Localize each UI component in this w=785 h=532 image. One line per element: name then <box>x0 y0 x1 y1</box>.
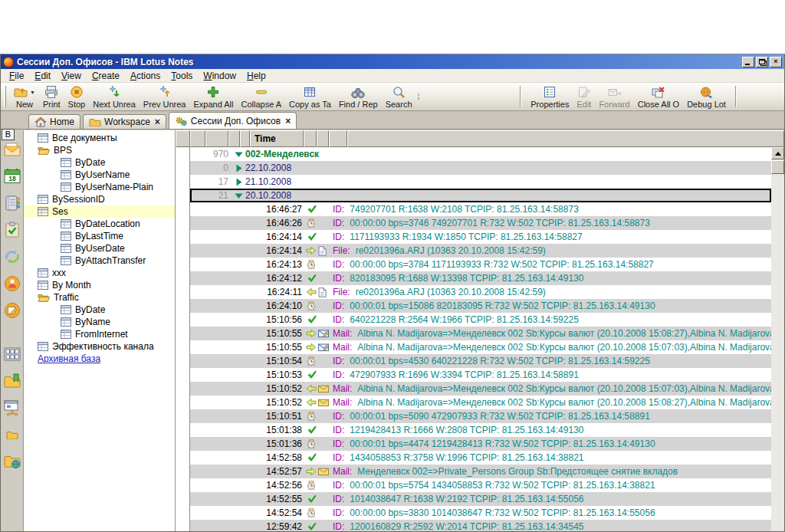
session-row[interactable]: 15:01:38ID:1219428413 R:1666 W:2808 TCPI… <box>190 423 771 437</box>
bookmark-workspace-grid-icon[interactable] <box>3 346 21 363</box>
date-group-row[interactable]: 022.10.2008 <box>190 161 771 175</box>
scroll-up-button[interactable] <box>771 147 784 159</box>
sidebar-link-архивная-база[interactable]: Архивная база <box>24 353 175 365</box>
prev-unrea-button[interactable]: Prev Unrea <box>140 83 190 110</box>
session-row[interactable]: 15:10:55Mail:Albina N. Madijarova=>Менде… <box>190 340 771 354</box>
sidebar-item-byuserdate[interactable]: ByUserDate <box>24 242 175 255</box>
session-row[interactable]: 16:46:27ID:749207701 R:1638 W:2108 TCPIP… <box>190 202 771 216</box>
sidebar-item-bydate[interactable]: ByDate <box>24 304 175 316</box>
dropdown-arrow-icon[interactable]: ▼ <box>30 90 35 95</box>
tab-workspace[interactable]: Workspace× <box>83 114 166 129</box>
sidebar-item-by-month[interactable]: By Month <box>24 279 175 291</box>
tab-close-icon[interactable]: × <box>285 116 291 126</box>
menu-item-view[interactable]: View <box>56 70 87 82</box>
time-column-header[interactable]: Time <box>250 130 304 147</box>
bookmark-folder-globe-icon[interactable] <box>3 453 21 470</box>
expand-twisty-icon[interactable] <box>235 178 243 186</box>
new-button[interactable]: ▼New <box>10 83 39 110</box>
menu-item-window[interactable]: Window <box>198 70 241 82</box>
session-row[interactable]: 15:10:51ID:00:00:01 bps=5090 472907933 R… <box>190 409 771 423</box>
sidebar-item-bydatelocation[interactable]: ByDateLocation <box>24 218 175 230</box>
session-row[interactable]: 16:24:13ID:00:00:00 bps=3784 1171193933 … <box>190 258 771 271</box>
session-row[interactable]: 16:24:12ID:820183095 R:1688 W:13398 TCPI… <box>190 271 771 285</box>
stop-button[interactable]: Stop <box>64 83 90 110</box>
session-row[interactable]: 15:10:52Mail:Albina N. Madijarova=>Менде… <box>190 396 771 409</box>
sidebar-item-bps[interactable]: BPS <box>24 144 175 156</box>
session-row[interactable]: 15:10:54ID:00:00:01 bps=4530 640221228 R… <box>190 354 771 368</box>
session-row[interactable]: 15:10:53ID:472907933 R:1696 W:3394 TCPIP… <box>190 368 771 382</box>
session-row[interactable]: 15:10:56ID:640221228 R:2564 W:1966 TCPIP… <box>190 313 771 327</box>
bookmark-mail-icon[interactable] <box>3 141 21 158</box>
properties-button[interactable]: Properties <box>527 83 573 110</box>
debug-lot-button[interactable]: Debug Lot <box>683 83 730 110</box>
collapse-a-button[interactable]: Collapse A <box>237 83 285 110</box>
tab-close-icon[interactable]: × <box>155 117 160 127</box>
session-row[interactable]: 12:59:42ID:1200160829 R:2592 W:2014 TCPI… <box>190 520 771 531</box>
sidebar-item-эффективность-канала[interactable]: Эффективность канала <box>24 340 175 353</box>
sidebar-item-bysessionid[interactable]: BySessionID <box>24 193 175 205</box>
sidebar-item-bydate[interactable]: ByDate <box>24 156 175 169</box>
collapse-twisty-icon[interactable] <box>235 150 243 159</box>
sidebar-item-все-документы[interactable]: Все документы <box>24 132 175 144</box>
session-row[interactable]: 14:52:58ID:1434058853 R:3758 W:1996 TCPI… <box>190 451 771 465</box>
bookmark-person-icon[interactable] <box>3 275 21 292</box>
tab-home[interactable]: Home <box>28 114 80 129</box>
bookmark-todo-icon[interactable] <box>3 222 21 238</box>
sidebar-item-frominternet[interactable]: FromInternet <box>24 328 175 340</box>
bookmark-folder-bookmark-icon[interactable] <box>3 373 21 389</box>
copy-as-ta-button[interactable]: Copy as Ta <box>285 83 335 110</box>
vertical-scrollbar[interactable] <box>771 147 784 531</box>
bookmark-folder-icon[interactable] <box>3 426 21 443</box>
session-row[interactable]: 16:46:26ID:00:00:00 bps=3746 749207701 R… <box>190 216 771 230</box>
minimize-button[interactable] <box>742 57 754 67</box>
session-row[interactable]: 14:52:55ID:1014038647 R:1638 W:2192 TCPI… <box>190 492 771 506</box>
session-row[interactable]: 15:10:52Mail:Albina N. Madijarova=>Менде… <box>190 382 771 396</box>
bookmark-calendar-icon[interactable]: 18 <box>3 168 21 185</box>
sidebar-item-bylasttime[interactable]: ByLastTime <box>24 230 175 242</box>
menu-item-edit[interactable]: Edit <box>29 70 56 82</box>
bookmark-replication-icon[interactable] <box>3 248 21 265</box>
menu-item-help[interactable]: Help <box>241 70 271 82</box>
session-row[interactable]: 16:24:11File:re0201396a.ARJ (10363 20.10… <box>190 285 771 299</box>
sidebar-item-byattachtransfer[interactable]: ByAttachTransfer <box>24 255 175 267</box>
scrollbar-thumb[interactable] <box>771 160 784 174</box>
session-row[interactable]: 16:24:14ID:1171193933 R:1934 W:1850 TCPI… <box>190 230 771 244</box>
session-row[interactable]: 14:52:54ID:00:00:00 bps=3830 1014038647 … <box>190 506 771 520</box>
bookmark-pencil-icon[interactable] <box>3 302 21 319</box>
sidebar-item-byusername-plain[interactable]: ByUserName-Plain <box>24 181 175 193</box>
date-group-row[interactable]: 1721.10.2008 <box>190 175 771 189</box>
sidebar-item-ses[interactable]: Ses <box>24 205 175 218</box>
expand-all-button[interactable]: Expand All <box>189 83 237 110</box>
menu-item-create[interactable]: Create <box>87 70 125 82</box>
next-unrea-button[interactable]: Next Unrea <box>89 83 140 110</box>
expand-twisty-icon[interactable] <box>235 164 243 172</box>
sidebar-item-xxx[interactable]: xxx <box>24 267 175 279</box>
search-button[interactable]: Search <box>382 83 416 110</box>
sidebar-item-byname[interactable]: ByName <box>24 316 175 328</box>
bookmark-contacts-icon[interactable] <box>3 195 21 212</box>
tab-сессии-доп-офисов[interactable]: Сессии Доп. Офисов× <box>169 112 297 129</box>
session-row[interactable]: 14:52:57Mail:Менделевск 002=>Private_Per… <box>190 465 771 478</box>
session-row[interactable]: 15:01:36ID:00:00:01 bps=4474 1219428413 … <box>190 437 771 451</box>
location-group-row[interactable]: 970002-Менделевск <box>190 147 771 161</box>
menu-item-actions[interactable]: Actions <box>125 70 166 82</box>
close-button[interactable]: × <box>770 57 782 67</box>
sidebar-item-byusername[interactable]: ByUserName <box>24 169 175 181</box>
bookmark-design-icon[interactable] <box>3 399 21 416</box>
date-group-row[interactable]: 2120.10.2008 <box>190 189 771 202</box>
toolbar-grip[interactable] <box>4 86 6 107</box>
sidebar-item-traffic[interactable]: Traffic <box>24 291 175 304</box>
toolbar-overflow-icon[interactable]: ⁞ <box>418 93 420 101</box>
session-row[interactable]: 16:24:14File:re0201396a.ARJ (10363 20.10… <box>190 244 771 258</box>
bookmark-b-label[interactable]: B <box>2 129 15 140</box>
session-row[interactable]: 15:10:55Mail:Albina N. Madijarova=>Менде… <box>190 327 771 340</box>
session-row[interactable]: 16:24:10ID:00:00:01 bps=15086 820183095 … <box>190 299 771 313</box>
close-all-o-button[interactable]: Close All O <box>634 83 683 110</box>
print-button[interactable]: Print <box>39 83 64 110</box>
session-row[interactable]: 14:52:56ID:00:00:01 bps=5754 1434058853 … <box>190 478 771 492</box>
collapse-twisty-icon[interactable] <box>235 192 243 200</box>
find-rep-button[interactable]: Find / Rep <box>335 83 382 110</box>
menu-item-file[interactable]: File <box>4 70 29 82</box>
menu-item-tools[interactable]: Tools <box>166 70 198 82</box>
restore-button[interactable] <box>756 57 768 67</box>
